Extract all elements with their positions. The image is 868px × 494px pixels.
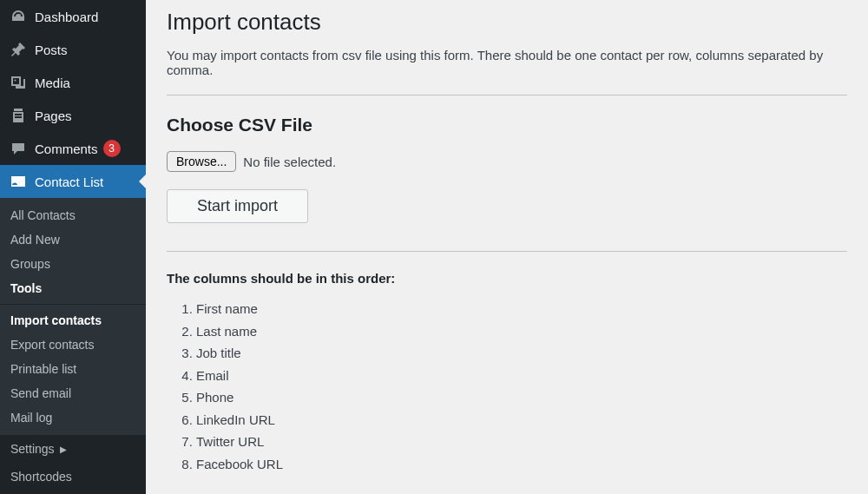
column-item: First name: [196, 298, 847, 320]
submenu-item-printable-list[interactable]: Printable list: [0, 357, 146, 381]
sidebar-item-contact-list[interactable]: Contact List: [0, 165, 146, 198]
file-input-row: Browse... No file selected.: [167, 151, 847, 172]
submenu-item-import-contacts[interactable]: Import contacts: [0, 308, 146, 333]
submenu-item-groups[interactable]: Groups: [0, 252, 146, 276]
divider: [167, 251, 847, 252]
column-item: Facebook URL: [196, 453, 847, 476]
sidebar-item-shortcodes[interactable]: Shortcodes: [0, 463, 146, 491]
submenu-item-all-contacts[interactable]: All Contacts: [0, 203, 146, 227]
start-import-button[interactable]: Start import: [167, 189, 308, 223]
media-icon: [9, 73, 28, 92]
dashboard-icon: [9, 7, 28, 26]
sidebar-item-comments[interactable]: Comments 3: [0, 132, 146, 165]
sidebar-item-posts[interactable]: Posts: [0, 33, 146, 66]
comments-badge: 3: [103, 140, 121, 157]
submenu-item-send-email[interactable]: Send email: [0, 381, 146, 405]
submenu-item-add-new[interactable]: Add New: [0, 227, 146, 252]
submenu-separator: [0, 304, 146, 305]
section-title-choose-csv: Choose CSV File: [167, 115, 847, 135]
main-content: Import contacts You may import contacts …: [146, 0, 868, 494]
admin-sidebar: Dashboard Posts Media Pages Comments 3 C…: [0, 0, 146, 494]
file-status-text: No file selected.: [243, 155, 336, 169]
sidebar-item-label: Media: [35, 76, 70, 90]
sidebar-item-label: Pages: [35, 109, 72, 123]
columns-list: First name Last name Job title Email Pho…: [167, 298, 847, 475]
column-item: Job title: [196, 342, 847, 365]
page-title: Import contacts: [167, 9, 847, 36]
column-item: Phone: [196, 386, 847, 409]
submenu-item-tools[interactable]: Tools: [0, 276, 146, 300]
comments-icon: [9, 139, 28, 158]
svg-point-0: [15, 80, 16, 82]
submenu-item-export-contacts[interactable]: Export contacts: [0, 333, 146, 357]
sidebar-item-settings[interactable]: Settings ▶: [0, 435, 146, 463]
sidebar-item-label: Dashboard: [35, 10, 98, 24]
columns-order-title: The columns should be in this order:: [167, 271, 847, 286]
pin-icon: [9, 40, 28, 59]
sidebar-item-label: Shortcodes: [10, 470, 72, 484]
pages-icon: [9, 106, 28, 125]
sidebar-item-label: Contact List: [35, 175, 103, 189]
sidebar-item-dashboard[interactable]: Dashboard: [0, 0, 146, 33]
browse-button[interactable]: Browse...: [167, 151, 236, 172]
column-item: Last name: [196, 320, 847, 343]
submenu-item-mail-log[interactable]: Mail log: [0, 405, 146, 430]
sidebar-item-label: Comments: [35, 142, 98, 156]
sidebar-item-label: Posts: [35, 43, 68, 57]
sidebar-item-label: Settings: [10, 442, 55, 456]
sidebar-item-pages[interactable]: Pages: [0, 99, 146, 132]
intro-text: You may import contacts from csv file us…: [167, 48, 847, 77]
column-item: Twitter URL: [196, 431, 847, 453]
sidebar-submenu: All Contacts Add New Groups Tools Import…: [0, 198, 146, 435]
divider: [167, 95, 847, 96]
sidebar-item-media[interactable]: Media: [0, 66, 146, 99]
column-item: Email: [196, 365, 847, 387]
chevron-right-icon: ▶: [60, 445, 67, 454]
card-icon: [9, 172, 28, 191]
column-item: LinkedIn URL: [196, 409, 847, 431]
